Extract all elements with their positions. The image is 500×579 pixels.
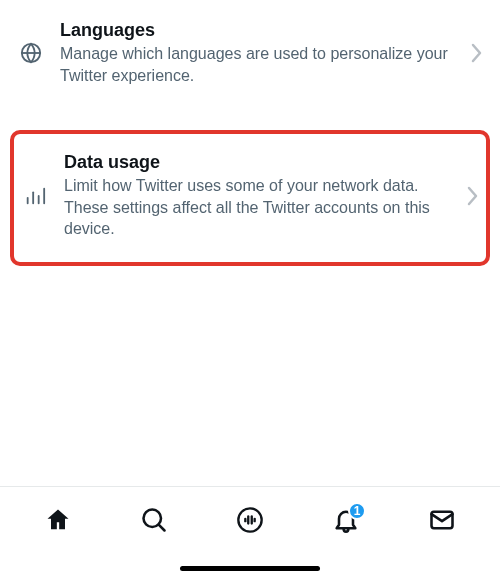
home-icon xyxy=(44,506,72,538)
settings-list: Languages Manage which languages are use… xyxy=(0,0,500,266)
setting-title: Languages xyxy=(60,20,454,41)
globe-icon xyxy=(18,42,44,64)
setting-row-data-usage[interactable]: Data usage Limit how Twitter uses some o… xyxy=(10,130,490,266)
svg-line-6 xyxy=(159,525,165,531)
setting-title: Data usage xyxy=(64,152,450,173)
setting-desc: Limit how Twitter uses some of your netw… xyxy=(64,175,450,240)
chevron-right-icon xyxy=(470,43,482,63)
setting-text: Data usage Limit how Twitter uses some o… xyxy=(64,152,450,240)
tab-messages[interactable] xyxy=(420,500,464,544)
notification-badge: 1 xyxy=(348,502,366,520)
search-icon xyxy=(140,506,168,538)
tab-home[interactable] xyxy=(36,500,80,544)
home-indicator xyxy=(180,566,320,571)
chevron-right-icon xyxy=(466,186,478,206)
tab-search[interactable] xyxy=(132,500,176,544)
bars-icon xyxy=(22,185,48,207)
mic-icon xyxy=(236,506,264,538)
setting-text: Languages Manage which languages are use… xyxy=(60,20,454,86)
mail-icon xyxy=(428,506,456,538)
tab-spaces[interactable] xyxy=(228,500,272,544)
setting-desc: Manage which languages are used to perso… xyxy=(60,43,454,86)
setting-row-languages[interactable]: Languages Manage which languages are use… xyxy=(0,8,500,100)
tab-notifications[interactable]: 1 xyxy=(324,500,368,544)
svg-point-7 xyxy=(238,508,261,531)
